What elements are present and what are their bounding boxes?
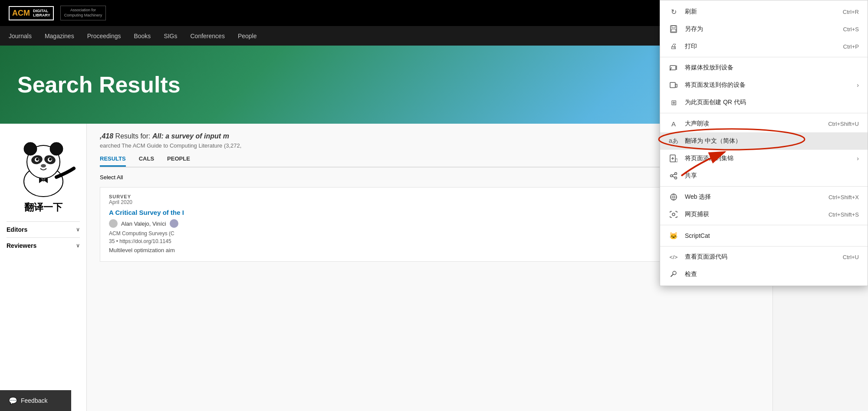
nav-people[interactable]: People	[238, 33, 257, 39]
menu-item-add-favorites[interactable]: 将页面添加到集锦 ›	[660, 150, 868, 167]
svg-point-13	[42, 179, 45, 181]
search-results-title: Search Results	[17, 72, 181, 98]
editors-chevron-icon: ∨	[76, 227, 80, 233]
svg-point-25	[671, 175, 673, 177]
results-query: All: a survey of input m	[152, 132, 229, 140]
menu-item-translate[interactable]: aあ 翻译为 中文（简体）	[660, 132, 868, 150]
menu-save-as-label: 另存为	[685, 25, 837, 33]
feedback-bar[interactable]: 💬 Feedback	[0, 390, 71, 411]
reviewers-section: Reviewers ∨	[7, 237, 80, 249]
menu-separator-4	[660, 225, 868, 225]
menu-inspect-label: 检查	[685, 270, 859, 278]
menu-item-send-to-device[interactable]: 将页面发送到你的设备 ›	[660, 76, 868, 94]
menu-item-qr[interactable]: ⊞ 为此页面创建 QR 代码	[660, 94, 868, 111]
menu-view-source-shortcut: Ctrl+U	[843, 254, 859, 260]
svg-point-10	[41, 164, 46, 168]
menu-share-label: 共享	[685, 172, 859, 180]
editors-section: Editors ∨	[7, 221, 80, 233]
svg-rect-19	[670, 82, 675, 88]
menu-web-select-shortcut: Ctrl+Shift+X	[829, 194, 859, 201]
menu-send-arrow-icon: ›	[857, 82, 859, 89]
reviewers-chevron-icon: ∨	[76, 243, 80, 249]
capture-icon	[669, 210, 678, 219]
svg-rect-20	[675, 84, 677, 87]
nav-books[interactable]: Books	[134, 33, 151, 39]
menu-separator-3	[660, 186, 868, 187]
author-avatar-2	[170, 219, 178, 228]
menu-item-read-aloud[interactable]: A 大声朗读 Ctrl+Shift+U	[660, 115, 868, 132]
svg-point-31	[673, 271, 676, 275]
editors-header[interactable]: Editors ∨	[7, 226, 80, 233]
digital-text: DIGITAL	[33, 9, 50, 13]
svg-point-30	[672, 213, 675, 216]
web-select-icon	[669, 192, 678, 202]
print-icon: 🖨	[669, 42, 678, 51]
svg-point-24	[675, 173, 677, 175]
editors-label: Editors	[7, 226, 27, 233]
nav-proceedings[interactable]: Proceedings	[87, 33, 121, 39]
select-all-label[interactable]: Select All	[100, 174, 123, 181]
svg-rect-16	[671, 29, 676, 32]
svg-point-2	[24, 142, 37, 155]
menu-item-share[interactable]: 共享	[660, 167, 868, 184]
translate-icon: aあ	[669, 136, 678, 146]
add-favorites-icon	[669, 154, 678, 163]
menu-item-save-as[interactable]: 另存为 Ctrl+S	[660, 20, 868, 38]
menu-favorites-arrow-icon: ›	[857, 155, 859, 162]
menu-item-view-source[interactable]: </> 查看页面源代码 Ctrl+U	[660, 248, 868, 266]
menu-capture-label: 网页捕获	[685, 210, 822, 218]
tab-cals[interactable]: CALS	[139, 155, 154, 167]
org-name-text: Association forComputing Machinery	[64, 8, 102, 18]
menu-translate-label: 翻译为 中文（简体）	[685, 137, 859, 145]
menu-read-aloud-shortcut: Ctrl+Shift+U	[828, 121, 859, 127]
cast-icon	[669, 63, 678, 72]
feedback-label: Feedback	[21, 397, 47, 404]
tab-people[interactable]: PEOPLE	[167, 155, 190, 167]
view-source-icon: </>	[669, 252, 678, 262]
menu-item-refresh[interactable]: ↻ 刷新 Ctrl+R	[660, 3, 868, 20]
panda-caption: 翻译一下	[24, 201, 62, 214]
left-sidebar: 翻译一下 Editors ∨ Reviewers ∨	[0, 124, 87, 411]
menu-print-shortcut: Ctrl+P	[843, 43, 859, 50]
menu-print-label: 打印	[685, 43, 837, 50]
refresh-icon: ↻	[669, 7, 678, 16]
dl-text-block: DIGITAL LIBRARY	[33, 9, 50, 17]
svg-line-27	[673, 174, 675, 175]
menu-item-capture[interactable]: 网页捕获 Ctrl+Shift+S	[660, 206, 868, 223]
svg-point-3	[50, 142, 63, 155]
nav-journals[interactable]: Journals	[9, 33, 32, 39]
results-number: ,418	[100, 132, 113, 140]
svg-line-28	[673, 177, 675, 178]
article-title-link[interactable]: A Critical Survey of the I	[109, 209, 184, 216]
tab-results[interactable]: RESULTS	[100, 155, 126, 167]
share-icon	[669, 171, 678, 181]
qr-icon: ⊞	[669, 98, 678, 107]
context-menu-container: ↻ 刷新 Ctrl+R 另存为 Ctrl+S 🖨 打印 Ctrl+P	[651, 0, 868, 411]
reviewers-header[interactable]: Reviewers ∨	[7, 242, 80, 249]
nav-conferences[interactable]: Conferences	[191, 33, 225, 39]
library-text: LIBRARY	[33, 13, 50, 17]
reviewers-label: Reviewers	[7, 242, 36, 249]
menu-view-source-label: 查看页面源代码	[685, 253, 836, 261]
save-as-icon	[669, 24, 678, 34]
logo-area: ACM DIGITAL LIBRARY Association forCompu…	[9, 6, 106, 20]
nav-sigs[interactable]: SIGs	[164, 33, 177, 39]
feedback-icon: 💬	[9, 397, 17, 405]
menu-item-inspect[interactable]: 检查	[660, 266, 868, 283]
menu-qr-label: 为此页面创建 QR 代码	[685, 99, 859, 106]
acm-text: ACM	[12, 9, 30, 18]
menu-item-cast[interactable]: 将媒体投放到设备	[660, 59, 868, 76]
menu-cast-label: 将媒体投放到设备	[685, 64, 859, 72]
panda-svg	[11, 134, 76, 199]
menu-refresh-shortcut: Ctrl+R	[843, 9, 859, 15]
author-names: Alan Valejo, Viníci	[121, 220, 166, 227]
acm-dl-logo: ACM DIGITAL LIBRARY	[9, 6, 54, 20]
acm-org-logo: Association forComputing Machinery	[60, 6, 106, 20]
menu-item-scriptcat[interactable]: 🐱 ScriptCat	[660, 227, 868, 244]
send-to-device-icon	[669, 80, 678, 90]
nav-magazines[interactable]: Magazines	[45, 33, 74, 39]
menu-item-web-select[interactable]: Web 选择 Ctrl+Shift+X	[660, 188, 868, 206]
menu-capture-shortcut: Ctrl+Shift+S	[829, 211, 859, 218]
svg-point-8	[36, 158, 39, 161]
menu-item-print[interactable]: 🖨 打印 Ctrl+P	[660, 38, 868, 55]
